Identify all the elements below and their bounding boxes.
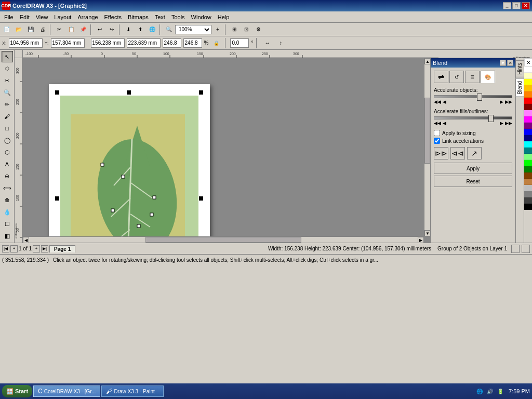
color-cyan[interactable] <box>524 141 532 148</box>
outline-tool[interactable]: ☐ <box>2 218 13 230</box>
color-lightyellow[interactable] <box>524 73 532 79</box>
v-scroll-track[interactable] <box>424 64 430 230</box>
blend-icon-3[interactable]: ↗ <box>467 147 482 159</box>
rectangle-tool[interactable]: □ <box>2 123 13 134</box>
accel-fills-thumb[interactable] <box>488 115 494 122</box>
blend-tab-1[interactable]: ⇌ <box>434 71 448 83</box>
flip-v-button[interactable]: ↕ <box>275 37 286 49</box>
blend-tab-2[interactable]: ↺ <box>449 71 464 83</box>
tray-network-icon[interactable]: 🌐 <box>475 387 484 395</box>
blend-tab-3[interactable]: ≡ <box>465 71 480 83</box>
accel-objects-thumb[interactable] <box>477 94 482 101</box>
export-button[interactable]: ⬆ <box>135 24 146 35</box>
snap2-button[interactable]: ⊡ <box>241 24 252 35</box>
freehand-tool[interactable]: ✏ <box>2 99 13 110</box>
zoom-dropdown[interactable]: 100% <box>175 25 211 34</box>
undo-button[interactable]: ↩ <box>94 24 105 35</box>
accel-objects-track[interactable] <box>434 95 512 98</box>
fill-tool[interactable]: ◧ <box>2 230 13 242</box>
save-button[interactable]: 💾 <box>25 24 36 35</box>
blend-tab-4[interactable]: 🎨 <box>481 71 495 83</box>
menu-edit[interactable]: Edit <box>17 13 33 21</box>
polygon-tool[interactable]: ⬡ <box>2 147 13 158</box>
menu-effects[interactable]: Effects <box>101 13 125 21</box>
cut-button[interactable]: ✂ <box>54 24 65 35</box>
blend-close-btn[interactable]: ✕ <box>507 60 513 66</box>
color-red[interactable] <box>524 98 532 104</box>
color-yellow[interactable] <box>524 79 532 85</box>
ellipse-tool[interactable]: ◯ <box>2 135 13 146</box>
publish-button[interactable]: 🌐 <box>147 24 158 35</box>
no-fill-swatch[interactable]: ✕ <box>524 58 532 66</box>
menu-file[interactable]: File <box>1 13 17 21</box>
open-button[interactable]: 📂 <box>13 24 24 35</box>
x-input[interactable] <box>9 38 43 48</box>
menu-window[interactable]: Window <box>188 13 215 21</box>
next-page-btn[interactable]: + <box>33 245 40 252</box>
w-percent-input[interactable] <box>163 38 181 48</box>
width-input[interactable] <box>91 38 125 48</box>
tray-volume-icon[interactable]: 🔊 <box>486 387 494 395</box>
apply-to-sizing-checkbox[interactable] <box>434 130 440 136</box>
color-darkgreen[interactable] <box>524 166 532 172</box>
blend-collapse-btn[interactable]: ▼ <box>500 60 506 66</box>
copy-button[interactable]: 📋 <box>65 24 77 35</box>
apply-button[interactable]: Apply <box>434 163 512 174</box>
accel-fills-track[interactable] <box>434 116 512 119</box>
snap-button[interactable]: ⊞ <box>229 24 240 35</box>
color-pink[interactable] <box>524 110 532 116</box>
paste-button[interactable]: 📌 <box>77 24 89 35</box>
color-lightgray[interactable] <box>524 185 532 191</box>
menu-arrange[interactable]: Arrange <box>74 13 101 21</box>
start-button[interactable]: 🪟 Start <box>2 385 32 397</box>
color-magenta[interactable] <box>524 116 532 123</box>
options-button[interactable]: ⚙ <box>252 24 264 35</box>
zoom-in-button[interactable]: + <box>212 24 223 35</box>
flip-h-button[interactable]: ↔ <box>261 37 273 49</box>
color-tan[interactable] <box>524 179 532 185</box>
menu-layout[interactable]: Layout <box>51 13 74 21</box>
import-button[interactable]: ⬇ <box>123 24 134 35</box>
menu-view[interactable]: View <box>33 13 51 21</box>
connector-tool[interactable]: ⊕ <box>2 170 13 182</box>
color-teal[interactable] <box>524 148 532 154</box>
shape-tool[interactable]: ⬡ <box>2 63 13 74</box>
blend-icon-2[interactable]: ⊲⊲ <box>450 147 465 159</box>
new-button[interactable]: 📄 <box>1 24 12 35</box>
scroll-up-btn[interactable]: ▲ <box>424 58 430 64</box>
color-orange[interactable] <box>524 91 532 98</box>
color-white[interactable] <box>524 66 532 73</box>
page-1-tab[interactable]: Page 1 <box>49 245 75 252</box>
taskbar-paint[interactable]: 🖌 Draw X3 3 - Paint <box>101 385 164 397</box>
last-page-btn[interactable]: ▶| <box>41 245 48 252</box>
blend-icon-1[interactable]: ⊳⊳ <box>434 147 448 159</box>
reset-button[interactable]: Reset <box>434 176 512 187</box>
v-scroll-thumb[interactable] <box>424 98 430 164</box>
maximize-button[interactable]: □ <box>512 2 521 9</box>
angle-input[interactable] <box>230 38 249 48</box>
zoom-out-button[interactable]: 🔍 <box>163 24 175 35</box>
hints-tab[interactable]: Hints <box>515 60 524 77</box>
menu-text[interactable]: Text <box>152 13 168 21</box>
scroll-left-btn[interactable]: ◀ <box>23 237 29 243</box>
print-button[interactable]: 🖨 <box>37 24 48 35</box>
select-tool[interactable]: ↖ <box>2 51 13 62</box>
menu-help[interactable]: Help <box>215 13 233 21</box>
color-brown[interactable] <box>524 172 532 179</box>
crop-tool[interactable]: ✂ <box>2 75 13 86</box>
color-purple[interactable] <box>524 123 532 129</box>
color-gold[interactable] <box>524 85 532 91</box>
v-scrollbar[interactable]: ▲ ▼ <box>424 58 430 236</box>
link-accelerations-checkbox[interactable] <box>434 138 440 144</box>
y-input[interactable] <box>51 38 85 48</box>
h-scroll-track[interactable] <box>29 237 418 243</box>
color-black[interactable] <box>524 204 532 210</box>
menu-bitmaps[interactable]: Bitmaps <box>125 13 152 21</box>
lock-ratio-button[interactable]: 🔒 <box>210 37 222 49</box>
zoom-tool[interactable]: 🔍 <box>2 87 13 98</box>
color-green[interactable] <box>524 160 532 166</box>
color-darkgray[interactable] <box>524 197 532 204</box>
color-gray[interactable] <box>524 191 532 197</box>
redo-button[interactable]: ↪ <box>106 24 117 35</box>
interactive-tool[interactable]: ⟰ <box>2 194 13 206</box>
